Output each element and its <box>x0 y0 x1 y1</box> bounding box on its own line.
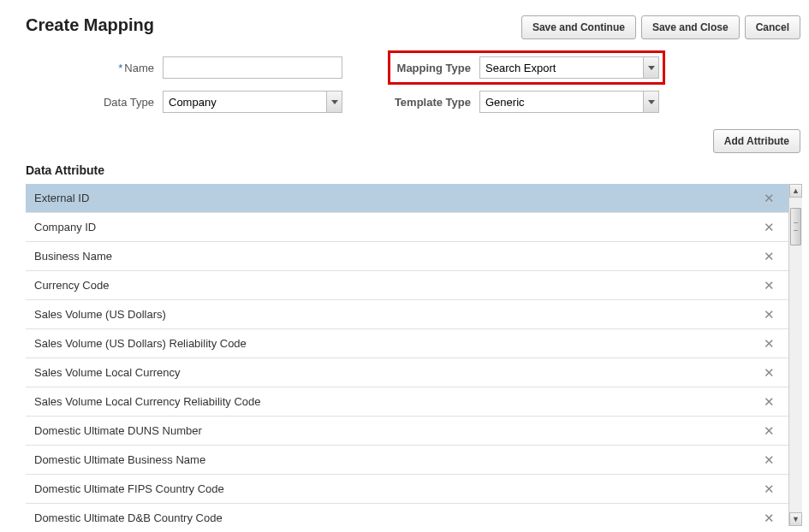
close-icon[interactable]: ✕ <box>760 394 778 410</box>
header-buttons: Save and Continue Save and Close Cancel <box>521 15 800 39</box>
data-type-label: Data Type <box>26 96 154 109</box>
table-row[interactable]: Currency Code✕ <box>26 271 788 300</box>
mapping-type-select[interactable]: Search Export <box>479 56 659 79</box>
attribute-label: Domestic Ultimate DUNS Number <box>34 424 202 437</box>
table-row[interactable]: Sales Volume Local Currency Reliability … <box>26 387 788 417</box>
close-icon[interactable]: ✕ <box>760 336 778 352</box>
attribute-list: External ID✕Company ID✕Business Name✕Cur… <box>26 184 788 526</box>
table-row[interactable]: Domestic Ultimate D&B Country Code✕ <box>26 504 788 526</box>
close-icon[interactable]: ✕ <box>760 482 778 497</box>
close-icon[interactable]: ✕ <box>760 452 778 468</box>
close-icon[interactable]: ✕ <box>760 220 778 235</box>
attribute-label: Currency Code <box>34 279 109 292</box>
table-row[interactable]: Company ID✕ <box>26 213 788 242</box>
attribute-label: Domestic Ultimate D&B Country Code <box>34 511 223 524</box>
close-icon[interactable]: ✕ <box>760 307 778 322</box>
close-icon[interactable]: ✕ <box>760 278 778 293</box>
close-icon[interactable]: ✕ <box>760 423 778 439</box>
table-row[interactable]: Sales Volume Local Currency✕ <box>26 358 788 387</box>
attribute-label: Sales Volume Local Currency Reliability … <box>34 395 260 408</box>
data-type-select[interactable]: Company <box>163 91 342 113</box>
save-and-close-button[interactable]: Save and Close <box>641 15 740 39</box>
table-row[interactable]: Domestic Ultimate FIPS Country Code✕ <box>26 475 788 504</box>
attribute-label: Domestic Ultimate Business Name <box>34 453 205 466</box>
attribute-label: Sales Volume (US Dollars) <box>34 308 166 321</box>
section-title: Data Attribute <box>0 163 809 184</box>
name-label: *Name <box>26 62 154 74</box>
close-icon[interactable]: ✕ <box>760 249 778 264</box>
attribute-label: Domestic Ultimate FIPS Country Code <box>34 482 224 495</box>
mapping-type-label: Mapping Type <box>394 62 471 74</box>
attribute-label: Company ID <box>34 221 96 233</box>
table-row[interactable]: External ID✕ <box>26 184 788 213</box>
close-icon[interactable]: ✕ <box>760 365 778 381</box>
scroll-up-icon[interactable]: ▲ <box>789 184 802 198</box>
table-row[interactable]: Domestic Ultimate DUNS Number✕ <box>26 417 788 446</box>
attribute-label: Business Name <box>34 250 112 263</box>
scrollbar-thumb[interactable] <box>790 208 801 245</box>
attribute-label: External ID <box>34 192 89 204</box>
close-icon[interactable]: ✕ <box>760 511 778 526</box>
add-attribute-button[interactable]: Add Attribute <box>713 129 800 153</box>
table-row[interactable]: Sales Volume (US Dollars)✕ <box>26 300 788 329</box>
mapping-type-highlight: Mapping Type Search Export <box>394 56 659 79</box>
save-and-continue-button[interactable]: Save and Continue <box>521 15 636 39</box>
page-title: Create Mapping <box>26 15 154 35</box>
attribute-label: Sales Volume Local Currency <box>34 366 181 379</box>
table-row[interactable]: Sales Volume (US Dollars) Reliability Co… <box>26 329 788 358</box>
close-icon[interactable]: ✕ <box>760 191 778 206</box>
scroll-down-icon[interactable]: ▼ <box>789 512 802 526</box>
attribute-label: Sales Volume (US Dollars) Reliability Co… <box>34 337 247 350</box>
name-input[interactable] <box>163 56 342 79</box>
template-type-label: Template Type <box>394 96 471 109</box>
scrollbar[interactable]: ▲ ▼ <box>788 184 802 526</box>
template-type-select[interactable]: Generic <box>479 91 659 113</box>
cancel-button[interactable]: Cancel <box>745 15 800 39</box>
table-row[interactable]: Domestic Ultimate Business Name✕ <box>26 446 788 475</box>
table-row[interactable]: Business Name✕ <box>26 242 788 271</box>
